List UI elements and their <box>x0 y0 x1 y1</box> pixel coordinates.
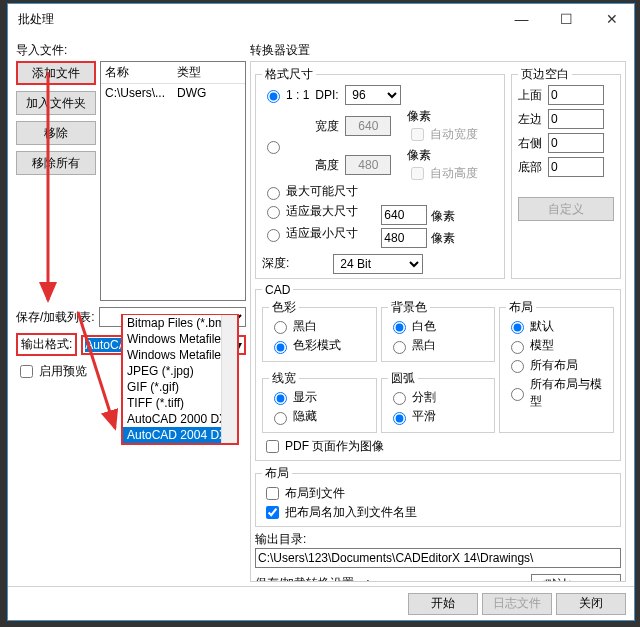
custom-button[interactable]: 自定义 <box>518 197 614 221</box>
remove-button[interactable]: 移除 <box>16 121 96 145</box>
bg-white-radio[interactable]: 白色 <box>388 318 436 335</box>
cell-name: C:\Users\... <box>101 84 173 102</box>
add-files-button[interactable]: 添加文件 <box>16 61 96 85</box>
layout-out-fieldset: 布局 布局到文件 把布局名加入到文件名里 <box>255 465 621 527</box>
dd-item-jpg[interactable]: JPEG (*.jpg) <box>123 363 237 379</box>
titlebar: 批处理 — ☐ ✕ <box>8 4 634 34</box>
dialog-window: 批处理 — ☐ ✕ 导入文件: 添加文件 加入文件夹 移除 移除所有 名称 类型 <box>7 3 635 621</box>
margin-top-input[interactable] <box>548 85 604 105</box>
wh-radio[interactable] <box>262 138 309 154</box>
pdf-image-check[interactable]: PDF 页面作为图像 <box>262 437 384 456</box>
dpi-combo[interactable]: 96 <box>345 85 401 105</box>
auto-height-check[interactable]: 自动高度 <box>407 164 478 183</box>
cad-fieldset: CAD 色彩 黑白 色彩模式 背景色 白色 黑白 布局 默认 模型 <box>255 283 621 461</box>
add-folder-button[interactable]: 加入文件夹 <box>16 91 96 115</box>
color-bw-radio[interactable]: 黑白 <box>269 318 317 335</box>
footer: 开始 日志文件 关闭 <box>8 586 634 620</box>
window-title: 批处理 <box>18 11 499 28</box>
margin-left-input[interactable] <box>548 109 604 129</box>
maximize-button[interactable]: ☐ <box>544 4 589 34</box>
ratio-1-1-radio[interactable]: 1 : 1 <box>262 87 309 103</box>
remove-all-button[interactable]: 移除所有 <box>16 151 96 175</box>
wire-show-radio[interactable]: 显示 <box>269 389 317 406</box>
layout-to-file-check[interactable]: 布局到文件 <box>262 484 345 503</box>
dd-item-bmp[interactable]: Bitmap Files (*.bmp) <box>123 315 237 331</box>
layout-allmodel-radio[interactable]: 所有布局与模型 <box>506 376 607 410</box>
layout-model-radio[interactable]: 模型 <box>506 337 554 354</box>
wire-hide-radio[interactable]: 隐藏 <box>269 408 317 425</box>
size-fieldset: 格式尺寸 1 : 1 DPI: 96 宽度 像素 自动宽度 高度 <box>255 66 505 279</box>
import-label: 导入文件: <box>16 40 246 61</box>
depth-combo[interactable]: 24 Bit <box>333 254 423 274</box>
auto-width-check[interactable]: 自动宽度 <box>407 125 478 144</box>
fit-max-radio[interactable]: 适应最大尺寸 <box>262 203 358 220</box>
output-format-label: 输出格式: <box>16 333 77 356</box>
cell-type: DWG <box>173 84 210 102</box>
file-list[interactable]: 名称 类型 C:\Users\... DWG <box>100 61 246 301</box>
width-input[interactable] <box>345 116 391 136</box>
output-dir-input[interactable] <box>255 548 621 568</box>
col-name[interactable]: 名称 <box>101 62 173 83</box>
height-input[interactable] <box>345 155 391 175</box>
margin-bottom-input[interactable] <box>548 157 604 177</box>
arc-split-radio[interactable]: 分割 <box>388 389 436 406</box>
layout-default-radio[interactable]: 默认 <box>506 318 554 335</box>
save-conv-combo[interactable]: <默认> <box>531 574 621 583</box>
output-dir-label: 输出目录: <box>255 531 621 548</box>
color-mode-radio[interactable]: 色彩模式 <box>269 337 341 354</box>
enable-preview-checkbox[interactable]: 启用预览 <box>16 362 87 381</box>
table-row[interactable]: C:\Users\... DWG <box>101 84 245 102</box>
bg-black-radio[interactable]: 黑白 <box>388 337 436 354</box>
converter-settings-label: 转换器设置 <box>250 40 626 61</box>
close-button[interactable]: ✕ <box>589 4 634 34</box>
fit-min-radio[interactable]: 适应最小尺寸 <box>262 225 358 242</box>
dd-item-gif[interactable]: GIF (*.gif) <box>123 379 237 395</box>
dd-item-emf[interactable]: Windows Metafile (*.emf <box>123 347 237 363</box>
max-possible-radio[interactable]: 最大可能尺寸 <box>262 183 358 200</box>
save-list-label: 保存/加载列表: <box>16 309 95 326</box>
arc-smooth-radio[interactable]: 平滑 <box>388 408 436 425</box>
log-button[interactable]: 日志文件 <box>482 593 552 615</box>
close-dialog-button[interactable]: 关闭 <box>556 593 626 615</box>
col-type[interactable]: 类型 <box>173 62 205 83</box>
layout-add-name-check[interactable]: 把布局名加入到文件名里 <box>262 503 417 522</box>
dd-item-tiff[interactable]: TIFF (*.tiff) <box>123 395 237 411</box>
save-conv-label: 保存/加载转换设置：: <box>255 575 370 582</box>
dd-item-dxf2004[interactable]: AutoCAD 2004 DXF (*.dxf <box>123 427 237 443</box>
fit-min-input[interactable] <box>381 228 427 248</box>
margin-right-input[interactable] <box>548 133 604 153</box>
minimize-button[interactable]: — <box>499 4 544 34</box>
layout-all-radio[interactable]: 所有布局 <box>506 357 578 374</box>
fit-max-input[interactable] <box>381 205 427 225</box>
dropdown-scrollbar[interactable] <box>221 315 237 443</box>
start-button[interactable]: 开始 <box>408 593 478 615</box>
dd-item-wmf[interactable]: Windows Metafile (*.wmf <box>123 331 237 347</box>
output-format-dropdown[interactable]: Bitmap Files (*.bmp) Windows Metafile (*… <box>121 314 239 445</box>
dd-item-dxf2000[interactable]: AutoCAD 2000 DXF (*.dx <box>123 411 237 427</box>
margin-fieldset: 页边空白 上面 左边 右侧 底部 自定义 <box>511 66 621 279</box>
